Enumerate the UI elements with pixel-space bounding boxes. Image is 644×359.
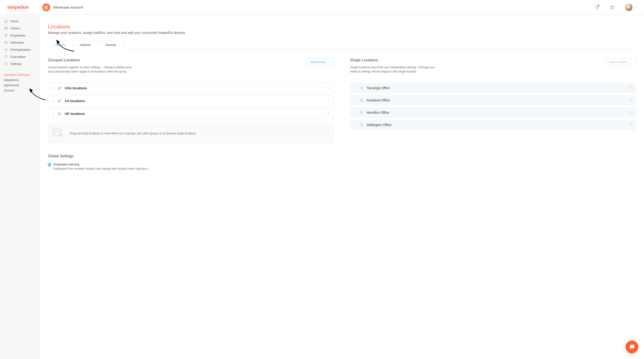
building-icon [360, 123, 363, 126]
people-icon [4, 34, 8, 37]
drag-handle-icon[interactable]: ⠿ [630, 86, 632, 90]
tab-groups[interactable]: Groups [48, 40, 73, 50]
add-group-button[interactable]: Add Group [307, 58, 334, 66]
sidebar-item-label: Preregistration [10, 48, 30, 52]
sidebar-separator [4, 70, 36, 70]
group-card[interactable]: CA locations ⠿ [48, 96, 334, 106]
location-name: Hamilton Office [366, 111, 389, 114]
sidebar-item-visitors[interactable]: Visitors [0, 25, 40, 32]
drag-drop-icon [52, 128, 65, 138]
plus-icon[interactable] [52, 87, 54, 90]
sub-item-agreements[interactable]: Agreements [0, 83, 40, 88]
location-card[interactable]: Auckland Office ⠿ [350, 95, 636, 106]
add-location-button[interactable]: Add Location [606, 58, 636, 66]
group-card[interactable]: USA locations ⠿ [48, 83, 334, 94]
account-chip[interactable]: Showcase account [42, 3, 83, 11]
sidebar-item-label: Employees [10, 34, 26, 37]
location-card[interactable]: Wellington Office ⠿ [350, 120, 636, 130]
location-card[interactable]: Hamilton Office ⠿ [350, 107, 636, 118]
svg-point-20 [57, 130, 57, 131]
chevron-down-icon [630, 61, 632, 64]
account-name: Showcase account [53, 5, 83, 9]
shield-icon [4, 55, 8, 58]
svg-rect-26 [361, 99, 362, 102]
grouped-desc: Group locations together to share settin… [48, 65, 133, 74]
package-icon [4, 40, 8, 44]
svg-text:swipedon: swipedon [7, 4, 29, 10]
svg-rect-28 [361, 124, 362, 126]
sub-item-account[interactable]: Account [0, 88, 40, 93]
user-menu[interactable] [625, 4, 637, 11]
chevron-right-icon[interactable] [354, 124, 356, 126]
svg-point-8 [6, 34, 7, 35]
notifications-button[interactable] [593, 3, 601, 12]
page-title: Locations [48, 24, 636, 30]
sidebar-item-label: Deliveries [10, 41, 24, 44]
sidebar-item-settings[interactable]: Settings [0, 60, 40, 67]
chat-launcher[interactable] [626, 340, 638, 353]
building-icon [360, 86, 363, 90]
drag-handle-icon[interactable]: ⠿ [327, 86, 330, 90]
tab-addons[interactable]: AddOns [72, 40, 98, 50]
group-name: UK locations [65, 112, 85, 116]
page-subtitle: Manage your locations, assign AddOns, an… [48, 31, 636, 34]
group-name: USA locations [65, 86, 87, 90]
sidebar-item-label: Visitors [10, 26, 20, 30]
single-desc: Single locations have their own independ… [350, 65, 436, 74]
buildings-icon [58, 86, 61, 90]
group-card[interactable]: UK locations ⠿ [48, 108, 334, 119]
sidebar-item-deliveries[interactable]: Deliveries [0, 39, 40, 46]
single-title: Single Locations [350, 58, 436, 62]
chevron-down-icon [634, 6, 637, 9]
svg-rect-12 [58, 88, 59, 89]
svg-point-24 [59, 132, 59, 132]
drag-handle-icon[interactable]: ⠿ [630, 123, 632, 127]
sidebar-item-employees[interactable]: Employees [0, 32, 40, 39]
single-list: Tauranga Office ⠿ Auckland Office ⠿ [350, 83, 636, 130]
svg-point-19 [55, 130, 56, 131]
plus-icon[interactable] [52, 100, 54, 102]
chevron-down-icon [34, 62, 37, 66]
svg-point-10 [5, 48, 6, 50]
chevron-right-icon[interactable] [354, 86, 356, 89]
location-card[interactable]: Tauranga Office ⠿ [350, 83, 636, 93]
sidebar-item-evacuation[interactable]: Evacuation [0, 53, 40, 60]
id-card-icon [4, 26, 8, 30]
swipedon-logo-icon: swipedon [7, 4, 36, 10]
grouped-title: Grouped Locations [48, 58, 133, 62]
location-name: Auckland Office [366, 98, 390, 102]
chevron-right-icon[interactable] [354, 111, 356, 114]
sub-item-locations-devices[interactable]: Locations & Devices [0, 72, 40, 78]
drag-handle-icon[interactable]: ⠿ [327, 112, 330, 116]
chevron-down-icon [327, 61, 330, 64]
buildings-icon [58, 112, 61, 116]
svg-point-23 [57, 132, 57, 132]
location-name: Wellington Office [366, 123, 392, 127]
chat-icon [629, 344, 635, 350]
tab-devices[interactable]: Devices [98, 40, 124, 50]
svg-point-22 [55, 132, 56, 132]
drag-handle-icon[interactable]: ⠿ [630, 111, 632, 114]
user-plus-icon [4, 48, 8, 52]
employee-roaming-desc: Employees from another location can chan… [54, 167, 149, 170]
sidebar-item-home[interactable]: Home [0, 18, 40, 25]
sub-item-integrations[interactable]: Integrations [0, 78, 40, 83]
drag-handle-icon[interactable]: ⠿ [327, 99, 330, 103]
svg-rect-16 [58, 113, 59, 115]
sidebar-item-label: Evacuation [10, 55, 26, 58]
plus-icon[interactable] [52, 112, 54, 115]
svg-rect-25 [361, 87, 362, 89]
svg-point-7 [5, 34, 6, 35]
location-name: Tauranga Office [366, 86, 390, 90]
sidebar: Home Visitors Employees Deliveries [0, 15, 40, 359]
chevron-right-icon[interactable] [354, 99, 356, 102]
svg-rect-1 [44, 7, 46, 9]
brand-logo[interactable]: swipedon [7, 4, 36, 10]
location-tabs: Groups AddOns Devices [48, 40, 636, 50]
app-header: swipedon Showcase account [0, 0, 644, 15]
drag-handle-icon[interactable]: ⠿ [630, 98, 632, 102]
help-button[interactable] [608, 3, 616, 12]
sidebar-item-preregistration[interactable]: Preregistration [0, 46, 40, 53]
employee-roaming-checkbox[interactable] [48, 163, 51, 166]
gear-icon [4, 62, 8, 66]
